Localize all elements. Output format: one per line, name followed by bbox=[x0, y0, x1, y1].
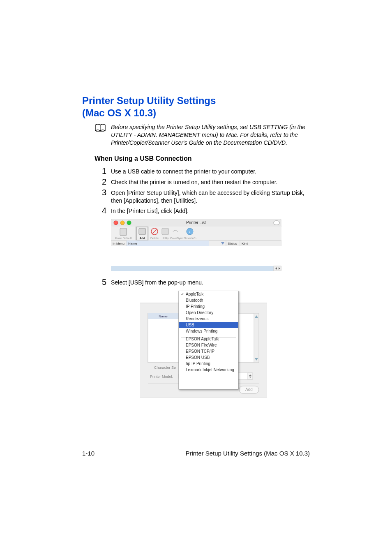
footer-title: Printer Setup Utility Settings (Mac OS X… bbox=[185, 450, 310, 457]
main-heading: Printer Setup Utility Settings (Mac OS X… bbox=[82, 95, 310, 119]
page-number: 1-10 bbox=[82, 450, 95, 457]
svg-text:Status: Status bbox=[228, 242, 237, 245]
svg-text:Add: Add bbox=[245, 387, 253, 392]
step-5: 5 Select [USB] from the pop-up menu. bbox=[102, 278, 310, 287]
svg-rect-33 bbox=[111, 246, 281, 266]
step-num: 2 bbox=[102, 177, 111, 186]
step-num: 3 bbox=[102, 188, 111, 197]
step-text: Check that the printer is turned on, and… bbox=[111, 177, 277, 186]
svg-text:Name: Name bbox=[128, 242, 137, 245]
svg-text:ColorSync: ColorSync bbox=[170, 237, 184, 240]
window-title: Printer List bbox=[186, 220, 206, 225]
svg-rect-26 bbox=[127, 240, 209, 246]
menu-item: hp IP Printing bbox=[186, 361, 210, 366]
note-text: Before specifying the Printer Setup Util… bbox=[111, 123, 310, 147]
connection-dialog: Name Character Se Printer Model: Add bbox=[140, 291, 310, 398]
step-text: Use a USB cable to connect the printer t… bbox=[111, 166, 256, 176]
svg-point-3 bbox=[120, 221, 125, 225]
menu-item: Lexmark Inkjet Networking bbox=[186, 368, 234, 372]
svg-rect-9 bbox=[120, 228, 127, 236]
svg-rect-49 bbox=[248, 373, 253, 379]
svg-text:Make Default: Make Default bbox=[115, 237, 131, 240]
menu-item: Open Directory bbox=[186, 310, 213, 315]
footer-divider bbox=[82, 447, 310, 447]
menu-item: Windows Printing bbox=[186, 329, 217, 333]
svg-text:✓: ✓ bbox=[181, 292, 184, 296]
printer-list-window: Printer List Make Default Add Delete Uti… bbox=[111, 219, 310, 271]
step-text: In the [Printer List], click [Add]. bbox=[111, 206, 189, 215]
step-1: 1 Use a USB cable to connect the printer… bbox=[102, 166, 310, 176]
step-num: 4 bbox=[102, 206, 111, 215]
step-num: 1 bbox=[102, 166, 111, 176]
heading-line-2: (Mac OS X 10.3) bbox=[82, 107, 156, 118]
menu-item: EPSON TCP/IP bbox=[186, 349, 214, 354]
menu-item: USB bbox=[186, 323, 194, 327]
menu-item: EPSON FireWire bbox=[186, 343, 217, 347]
menu-item: IP Printing bbox=[186, 304, 205, 309]
heading-line-1: Printer Setup Utility Settings bbox=[82, 95, 216, 106]
note-block: Before specifying the Printer Setup Util… bbox=[95, 123, 310, 147]
svg-text:i: i bbox=[189, 229, 191, 234]
svg-text:Character Se: Character Se bbox=[154, 365, 176, 370]
svg-point-2 bbox=[114, 221, 118, 225]
svg-text:Utility: Utility bbox=[161, 237, 169, 240]
menu-item: AppleTalk bbox=[186, 292, 204, 296]
svg-point-4 bbox=[127, 221, 131, 225]
step-2: 2 Check that the printer is turned on, a… bbox=[102, 177, 310, 186]
svg-rect-5 bbox=[274, 221, 279, 225]
book-icon bbox=[95, 123, 106, 134]
sub-heading: When Using a USB Connection bbox=[95, 155, 310, 162]
svg-text:Name: Name bbox=[159, 314, 168, 318]
svg-text:Show Info: Show Info bbox=[183, 237, 196, 240]
svg-text:Delete: Delete bbox=[150, 237, 159, 240]
step-3: 3 Open [Printer Setup Utility], which ca… bbox=[102, 188, 310, 205]
svg-rect-12 bbox=[139, 228, 145, 235]
step-text: Select [USB] from the pop-up menu. bbox=[111, 278, 203, 287]
menu-item: EPSON USB bbox=[186, 355, 210, 360]
svg-rect-17 bbox=[162, 228, 168, 235]
svg-text:Add: Add bbox=[139, 237, 145, 240]
step-num: 5 bbox=[102, 278, 111, 287]
svg-text:Printer Model:: Printer Model: bbox=[150, 375, 173, 379]
svg-text:In Menu: In Menu bbox=[113, 242, 125, 245]
menu-item: Bluetooth bbox=[186, 298, 203, 303]
svg-text:Kind: Kind bbox=[242, 242, 248, 245]
menu-item: Rendezvous bbox=[186, 317, 209, 321]
svg-rect-34 bbox=[111, 266, 274, 271]
svg-rect-43 bbox=[254, 313, 259, 363]
step-4: 4 In the [Printer List], click [Add]. bbox=[102, 206, 310, 215]
menu-item: EPSON AppleTalk bbox=[186, 337, 219, 341]
step-text: Open [Printer Setup Utility], which can … bbox=[111, 188, 310, 205]
